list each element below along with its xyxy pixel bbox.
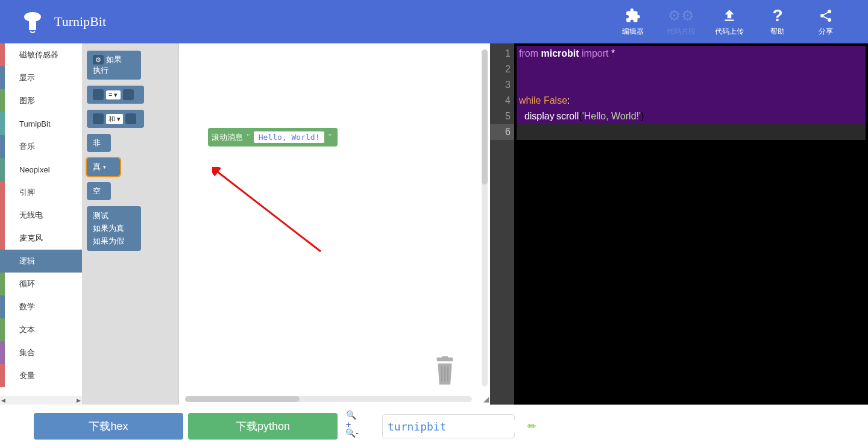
svg-point-1 [828,10,831,13]
resize-handle-icon[interactable]: ◢ [483,395,489,403]
svg-point-2 [820,14,824,17]
compare-dropdown[interactable]: = ▾ [106,90,121,99]
block-ternary[interactable]: 测试 如果为真 如果为假 [87,206,141,251]
pencil-icon[interactable]: ✏ [527,420,536,433]
puzzle-icon [625,7,641,24]
sidebar-item-display[interactable]: 显示 [0,66,82,89]
help-button[interactable]: ? 帮助 [753,7,802,37]
line-gutter: 1 2 3 4 5 6 [490,43,514,405]
project-name-input[interactable] [388,420,527,433]
quote-open-icon: " [247,133,250,142]
and-dropdown[interactable]: 和 ▾ [106,114,123,124]
sidebar-item-text[interactable]: 文本 [0,318,82,341]
svg-line-4 [824,12,828,14]
sidebar-item-math[interactable]: 数学 [0,295,82,318]
sidebar-item-variables[interactable]: 变量 [0,364,82,387]
dropdown-arrow-icon: ▾ [103,164,106,170]
block-compare[interactable]: = ▾ [87,86,144,104]
blockly-workspace[interactable]: 滚动消息 " Hello, World! " ◢ [178,43,490,405]
ghost-block-group[interactable]: 滚动消息 " Hello, World! " [209,128,338,147]
zoom-in-button[interactable]: 🔍+ [346,414,358,426]
download-python-button[interactable]: 下载python [188,413,338,440]
scroll-right-icon[interactable]: ▶ [77,397,81,403]
workspace-scrollbar-horizontal[interactable] [185,396,472,402]
block-not[interactable]: 非 [87,134,111,152]
upload-icon [722,7,737,24]
block-null[interactable]: 空 [87,182,111,200]
message-value[interactable]: Hello, World! [254,131,325,143]
sidebar-item-logic[interactable]: 逻辑 [0,250,82,273]
svg-point-0 [24,12,41,22]
logo-icon [18,10,47,34]
sidebar-item-microphone[interactable]: 麦克风 [0,227,82,250]
project-name-field[interactable]: ✏ [382,414,515,438]
sidebar-item-turnipbit[interactable]: TurnipBit [0,112,82,135]
category-sidebar: 磁敏传感器 显示 图形 TurnipBit 音乐 Neopixel 引脚 无线电… [0,43,82,405]
app-header: TurnipBit 编辑器 ⚙⚙ 代码片段 代码上传 ? 帮助 分享 [0,0,868,43]
trash-icon[interactable] [433,356,457,386]
svg-line-5 [824,16,828,19]
block-if[interactable]: ⚙如果 执行 [87,51,141,80]
workspace-scrollbar-vertical[interactable] [482,49,488,386]
footer: 下载hex 下载python 🔍+ 🔍- ✏ [0,405,868,448]
block-scroll-message[interactable]: 滚动消息 " Hello, World! " [208,128,338,147]
svg-point-3 [828,18,831,22]
sidebar-item-neopixel[interactable]: Neopixel [0,158,82,181]
sidebar-item-lists[interactable]: 集合 [0,341,82,364]
block-and[interactable]: 和 ▾ [87,110,144,128]
upload-button[interactable]: 代码上传 [705,7,753,37]
logo-area: TurnipBit [18,10,106,34]
sidebar-item-pins[interactable]: 引脚 [0,181,82,204]
value-slot [93,113,104,124]
share-button[interactable]: 分享 [802,7,850,37]
download-hex-button[interactable]: 下载hex [34,413,183,440]
snippets-button[interactable]: ⚙⚙ 代码片段 [657,7,705,37]
sidebar-item-image[interactable]: 图形 [0,89,82,112]
svg-rect-8 [442,356,448,358]
sidebar-scrollbar[interactable]: ◀ ▶ [0,396,82,405]
value-slot [125,113,136,124]
editor-button[interactable]: 编辑器 [609,7,657,37]
sidebar-item-magnet[interactable]: 磁敏传感器 [0,43,82,66]
sidebar-item-music[interactable]: 音乐 [0,135,82,158]
code-editor[interactable]: 1 2 3 4 5 6 from microbit import * while… [490,43,868,405]
svg-line-6 [215,170,321,251]
zoom-out-button[interactable]: 🔍- [346,427,358,439]
block-toolbox: ⚙如果 执行 = ▾ 和 ▾ 非 真 ▾ 空 测试 如果为真 如果为假 [82,43,178,405]
app-title: TurnipBit [54,14,106,30]
quote-close-icon: " [328,133,332,142]
block-true[interactable]: 真 ▾ [87,158,120,176]
sidebar-item-radio[interactable]: 无线电 [0,204,82,227]
question-icon: ? [772,7,782,24]
value-slot [123,89,134,100]
scroll-left-icon[interactable]: ◀ [1,397,5,403]
value-slot [93,89,104,100]
main-area: 磁敏传感器 显示 图形 TurnipBit 音乐 Neopixel 引脚 无线电… [0,43,868,405]
gear-icon: ⚙ [93,55,104,65]
gears-icon: ⚙⚙ [668,7,694,24]
arrow-annotation [212,167,333,257]
code-content[interactable]: from microbit import * while False: disp… [514,43,868,405]
share-icon [819,7,833,24]
sidebar-item-loops[interactable]: 循环 [0,273,82,295]
